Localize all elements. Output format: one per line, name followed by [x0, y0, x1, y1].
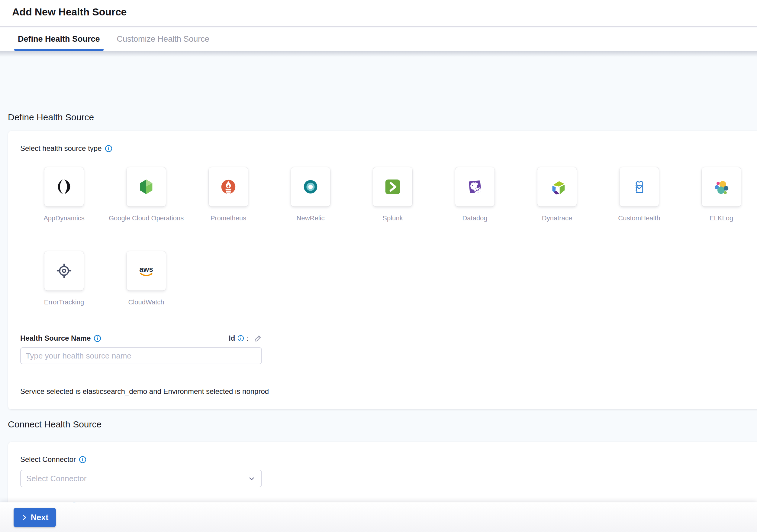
cloudwatch-icon: aws — [127, 251, 166, 291]
tab-customize-health-source[interactable]: Customize Health Source — [116, 27, 211, 51]
tab-define-health-source[interactable]: Define Health Source — [16, 27, 101, 51]
source-type-newrelic[interactable]: NewRelic — [291, 167, 330, 222]
source-type-errortracking[interactable]: ErrorTracking — [45, 251, 84, 306]
google-cloud-operations-icon — [127, 167, 166, 206]
footer-bar: Next — [0, 502, 757, 532]
main-content: Define Health Source Select health sourc… — [0, 51, 757, 532]
newrelic-icon — [291, 167, 330, 206]
health-source-name-label: Health Source Name — [20, 334, 91, 342]
health-source-name-input[interactable] — [20, 347, 262, 364]
source-type-grid-row1: AppDynamics Google Cloud Operations — [45, 167, 757, 222]
elklog-icon — [702, 167, 741, 206]
source-type-cloudwatch[interactable]: aws CloudWatch — [127, 251, 166, 306]
edit-id-pencil-icon[interactable] — [254, 334, 262, 342]
connector-select-placeholder: Select Connector — [26, 474, 86, 483]
service-environment-note: Service selected is elasticsearch_demo a… — [20, 387, 757, 396]
source-type-customhealth[interactable]: CustomHealth — [620, 167, 659, 222]
chevron-right-icon — [21, 514, 28, 521]
source-type-prometheus[interactable]: Prometheus — [209, 167, 248, 222]
source-type-elklog[interactable]: ELKLog — [702, 167, 741, 222]
select-connector-label: Select Connector — [20, 455, 76, 464]
id-separator: : — [247, 334, 249, 342]
page-header: Add New Health Source — [0, 0, 757, 27]
next-button[interactable]: Next — [14, 508, 56, 527]
tab-bar: Define Health Source Customize Health So… — [0, 27, 757, 51]
appdynamics-icon — [45, 167, 84, 206]
page-title: Add New Health Source — [12, 6, 127, 18]
define-section-heading: Define Health Source — [8, 112, 94, 122]
add-health-source-page: Add New Health Source Define Health Sour… — [0, 0, 757, 532]
info-icon[interactable] — [94, 335, 101, 342]
customhealth-icon — [620, 167, 659, 206]
source-type-splunk[interactable]: Splunk — [373, 167, 412, 222]
info-icon[interactable] — [105, 145, 112, 152]
info-icon[interactable] — [79, 456, 86, 463]
select-type-label: Select health source type — [20, 144, 102, 153]
source-type-datadog[interactable]: Datadog — [455, 167, 495, 222]
datadog-icon — [455, 167, 495, 206]
id-label: Id — [229, 334, 235, 342]
connect-section-heading: Connect Health Source — [8, 419, 102, 429]
define-health-source-card: Select health source type AppDynamics — [8, 131, 757, 409]
info-icon[interactable] — [237, 335, 244, 342]
next-button-label: Next — [31, 513, 49, 522]
name-id-row: Health Source Name Id : — [20, 334, 262, 342]
source-type-grid-row2: ErrorTracking aws CloudWatch — [45, 251, 757, 306]
splunk-icon — [373, 167, 412, 206]
source-type-google-cloud-operations[interactable]: Google Cloud Operations — [127, 167, 166, 222]
svg-text:aws: aws — [139, 265, 153, 273]
connect-health-source-card: Select Connector Select Connector Select… — [8, 442, 757, 505]
dynatrace-icon — [537, 167, 577, 206]
source-type-appdynamics[interactable]: AppDynamics — [45, 167, 84, 222]
prometheus-icon — [209, 167, 248, 206]
connector-select[interactable]: Select Connector — [20, 470, 262, 487]
source-type-dynatrace[interactable]: Dynatrace — [537, 167, 577, 222]
errortracking-icon — [45, 251, 84, 291]
chevron-down-icon — [247, 474, 256, 483]
